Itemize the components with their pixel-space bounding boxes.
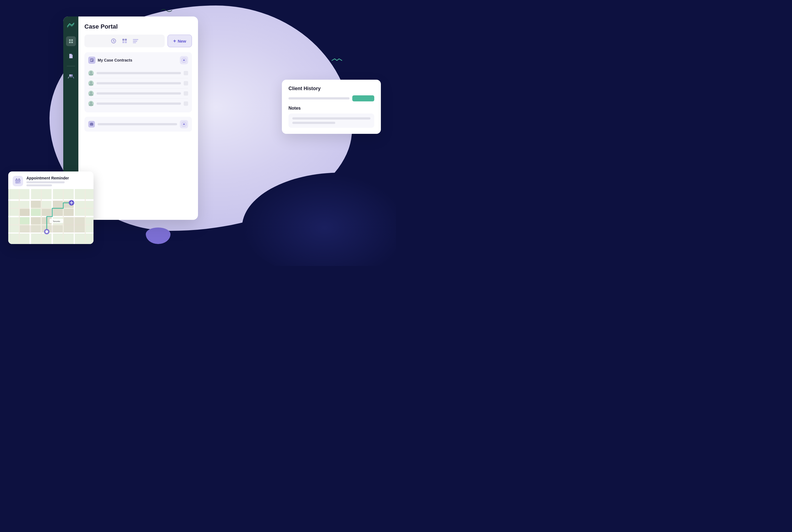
svg-rect-53	[64, 209, 74, 216]
svg-point-19	[90, 92, 92, 94]
contract-check	[184, 81, 188, 86]
contract-check	[184, 91, 188, 96]
appointment-header: Appointment Reminder	[8, 171, 93, 189]
contract-item	[88, 99, 188, 109]
dots-icon[interactable]	[132, 37, 139, 44]
contract-item	[88, 78, 188, 89]
contracts-title: My Case Contracts	[98, 58, 132, 62]
contract-avatar	[88, 80, 94, 86]
svg-point-4	[69, 74, 71, 76]
add-contract-button[interactable]	[180, 56, 188, 64]
svg-text:Toronto: Toronto	[53, 220, 60, 223]
svg-rect-49	[31, 209, 41, 216]
new-button-label: New	[178, 39, 186, 43]
toolbar-row: + New	[85, 35, 192, 47]
notes-line-1	[292, 117, 370, 119]
svg-point-5	[71, 74, 73, 76]
svg-rect-28	[19, 178, 20, 180]
svg-rect-21	[90, 123, 93, 126]
svg-rect-55	[31, 217, 41, 224]
svg-rect-29	[16, 181, 17, 182]
svg-rect-58	[64, 217, 85, 232]
contract-item	[88, 68, 188, 78]
client-history-card: Client History Notes	[282, 80, 381, 134]
appointment-line1	[26, 182, 65, 183]
svg-rect-48	[31, 201, 41, 208]
bottom-bar	[98, 123, 177, 125]
contracts-section: My Case Contracts	[85, 52, 192, 112]
notes-line-2	[292, 122, 335, 124]
contract-bar	[96, 92, 181, 95]
svg-point-17	[90, 71, 92, 73]
contracts-section-icon	[88, 57, 95, 64]
contract-bar	[96, 82, 181, 84]
svg-rect-12	[133, 41, 137, 42]
svg-rect-33	[18, 183, 18, 183]
appointment-card: Appointment Reminder	[8, 171, 93, 244]
client-history-title: Client History	[289, 86, 374, 92]
svg-rect-9	[122, 41, 124, 43]
appointment-icon-box	[13, 176, 23, 186]
svg-rect-7	[122, 39, 124, 41]
sidebar-item-documents[interactable]	[66, 51, 76, 61]
bottom-icon	[88, 121, 95, 128]
contracts-header-left: My Case Contracts	[88, 57, 132, 64]
toolbar-icons-group	[85, 35, 165, 47]
svg-point-20	[90, 102, 92, 104]
svg-rect-2	[69, 41, 71, 43]
clock-icon[interactable]	[110, 37, 117, 44]
svg-rect-13	[133, 42, 136, 43]
svg-point-18	[90, 81, 92, 83]
svg-rect-57	[20, 225, 41, 232]
svg-rect-22	[91, 122, 91, 124]
decorative-right	[331, 58, 343, 64]
sidebar-divider	[67, 66, 75, 66]
app-logo	[66, 21, 76, 29]
svg-point-61	[45, 230, 48, 233]
grid-icon[interactable]	[121, 37, 128, 44]
svg-rect-27	[16, 178, 17, 180]
contract-check	[184, 101, 188, 106]
decorative-top	[160, 8, 173, 14]
appointment-title: Appointment Reminder	[26, 176, 69, 180]
add-bottom-button[interactable]	[180, 120, 188, 128]
svg-rect-47	[20, 209, 30, 216]
svg-rect-50	[42, 209, 52, 216]
new-button[interactable]: + New	[167, 35, 192, 47]
sidebar-item-people[interactable]	[66, 71, 76, 81]
sidebar-item-dashboard[interactable]	[66, 36, 76, 46]
contract-bar	[96, 102, 181, 105]
svg-rect-32	[16, 183, 17, 183]
svg-rect-0	[69, 39, 71, 41]
history-status-bar	[352, 95, 374, 101]
contracts-header: My Case Contracts	[88, 56, 188, 64]
contract-bar	[96, 72, 181, 74]
appointment-line2	[26, 184, 52, 186]
svg-rect-8	[125, 39, 127, 41]
contract-avatar	[88, 101, 94, 106]
map-svg: Toronto	[8, 189, 93, 244]
page-title: Case Portal	[85, 23, 192, 30]
contract-avatar	[88, 70, 94, 76]
contract-avatar	[88, 91, 94, 96]
svg-rect-30	[18, 181, 18, 182]
svg-rect-26	[15, 180, 21, 180]
svg-rect-10	[125, 41, 127, 43]
notes-title: Notes	[289, 106, 374, 111]
svg-rect-1	[71, 39, 73, 41]
contract-item	[88, 89, 188, 99]
history-row	[289, 95, 374, 101]
svg-rect-3	[71, 41, 73, 43]
contract-check	[184, 71, 188, 75]
svg-rect-23	[92, 122, 92, 124]
decorative-purple-blob	[146, 228, 170, 244]
bottom-section	[85, 117, 192, 132]
history-bar	[289, 97, 350, 99]
svg-rect-11	[133, 39, 138, 40]
plus-icon: +	[173, 38, 176, 44]
map-container: Toronto	[8, 189, 93, 244]
svg-rect-31	[19, 181, 20, 182]
appointment-text: Appointment Reminder	[26, 176, 69, 186]
svg-rect-54	[20, 217, 30, 224]
notes-box	[289, 113, 374, 128]
